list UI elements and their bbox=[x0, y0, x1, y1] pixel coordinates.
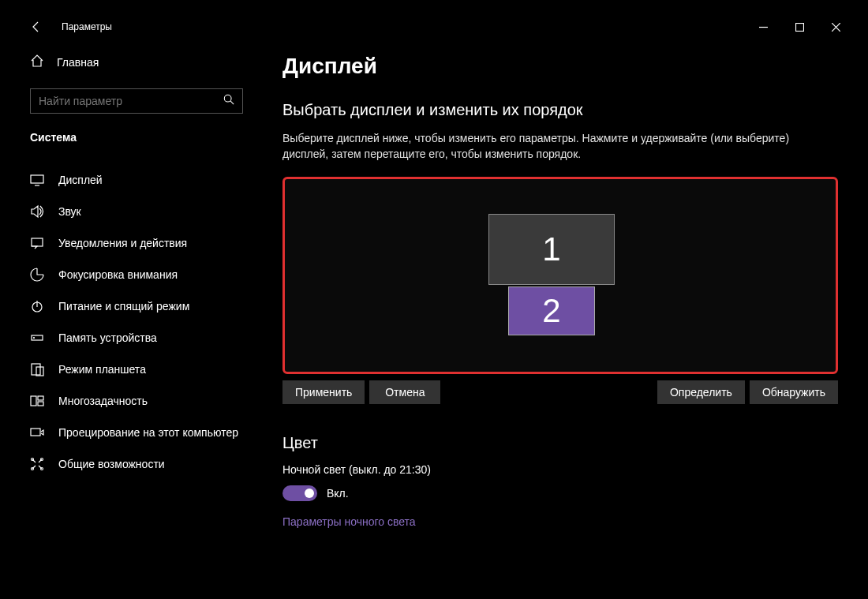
home-link[interactable]: Главная bbox=[30, 47, 243, 77]
nav-sound[interactable]: Звук bbox=[30, 196, 243, 227]
monitor-1[interactable]: 1 bbox=[488, 214, 615, 285]
storage-icon bbox=[30, 331, 44, 345]
minimize-button[interactable] bbox=[745, 14, 781, 39]
monitor-2[interactable]: 2 bbox=[508, 286, 595, 335]
arrange-description: Выберите дисплей ниже, чтобы изменить ег… bbox=[282, 130, 819, 163]
search-icon bbox=[223, 94, 234, 108]
identify-button[interactable]: Определить bbox=[657, 380, 745, 404]
nav-shared[interactable]: Общие возможности bbox=[30, 448, 243, 480]
page-title: Дисплей bbox=[282, 54, 838, 79]
back-button[interactable] bbox=[21, 14, 52, 39]
search-box[interactable] bbox=[30, 88, 243, 114]
svg-rect-9 bbox=[31, 396, 36, 406]
main-content: Дисплей Выбрать дисплеи и изменить их по… bbox=[259, 39, 854, 585]
notifications-icon bbox=[30, 236, 44, 250]
svg-point-6 bbox=[34, 338, 35, 339]
nav-focus[interactable]: Фокусировка внимания bbox=[30, 259, 243, 290]
close-button[interactable] bbox=[817, 14, 854, 39]
display-arrangement-area[interactable]: 1 2 bbox=[282, 177, 838, 374]
night-light-settings-link[interactable]: Параметры ночного света bbox=[282, 515, 838, 528]
color-title: Цвет bbox=[282, 434, 838, 452]
svg-rect-10 bbox=[38, 396, 43, 400]
display-icon bbox=[30, 173, 44, 187]
sidebar: Главная Система Дисплей Звук Уведомления… bbox=[14, 39, 259, 585]
toggle-knob bbox=[305, 489, 314, 498]
cancel-button[interactable]: Отмена bbox=[369, 380, 440, 404]
svg-rect-2 bbox=[31, 175, 43, 183]
search-input[interactable] bbox=[39, 95, 223, 107]
home-icon bbox=[30, 54, 44, 71]
nav-multitask[interactable]: Многозадачность bbox=[30, 385, 243, 417]
nav-tablet[interactable]: Режим планшета bbox=[30, 354, 243, 385]
focus-icon bbox=[30, 268, 44, 282]
svg-rect-0 bbox=[795, 23, 803, 31]
nav-storage[interactable]: Память устройства bbox=[30, 322, 243, 354]
maximize-button[interactable] bbox=[781, 14, 817, 39]
power-icon bbox=[30, 299, 44, 313]
section-label: Система bbox=[30, 131, 243, 144]
svg-point-1 bbox=[224, 95, 231, 102]
titlebar: Параметры bbox=[14, 14, 854, 39]
tablet-icon bbox=[30, 362, 44, 376]
nav-notifications[interactable]: Уведомления и действия bbox=[30, 227, 243, 259]
detect-button[interactable]: Обнаружить bbox=[750, 380, 838, 404]
nav-display[interactable]: Дисплей bbox=[30, 164, 243, 196]
svg-rect-12 bbox=[31, 429, 40, 436]
shared-icon bbox=[30, 457, 44, 471]
multitask-icon bbox=[30, 394, 44, 408]
window-title: Параметры bbox=[62, 21, 112, 32]
toggle-state-label: Вкл. bbox=[327, 487, 349, 500]
night-light-label: Ночной свет (выкл. до 21:30) bbox=[282, 463, 838, 476]
projecting-icon bbox=[30, 425, 44, 440]
apply-button[interactable]: Применить bbox=[282, 380, 365, 404]
arrange-title: Выбрать дисплеи и изменить их порядок bbox=[282, 101, 838, 119]
svg-rect-11 bbox=[38, 402, 43, 406]
nav-power[interactable]: Питание и спящий режим bbox=[30, 290, 243, 322]
nav-projecting[interactable]: Проецирование на этот компьютер bbox=[30, 417, 243, 448]
sound-icon bbox=[30, 204, 44, 219]
svg-rect-3 bbox=[32, 238, 43, 246]
home-label: Главная bbox=[57, 56, 99, 69]
night-light-toggle[interactable] bbox=[282, 485, 317, 501]
